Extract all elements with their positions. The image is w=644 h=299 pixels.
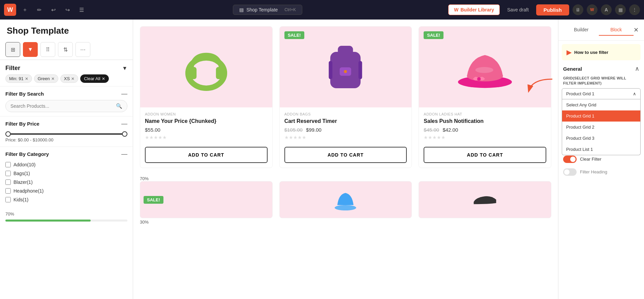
add-to-cart-button-2[interactable]: ADD TO CART bbox=[284, 147, 407, 163]
how-to-use-label: How to use filter bbox=[574, 50, 608, 55]
publish-button[interactable]: Publish bbox=[536, 4, 569, 15]
panel-icon[interactable]: ▦ bbox=[615, 4, 626, 15]
sort-button[interactable]: ⇅ bbox=[58, 42, 73, 57]
category-item-headphone[interactable]: Headphone(1) bbox=[5, 187, 127, 195]
filter-heading-toggle[interactable] bbox=[563, 168, 577, 176]
product-name-1: Name Your Price {Chunked} bbox=[145, 118, 268, 124]
search-icon: 🔍 bbox=[116, 103, 122, 109]
product-image-1 bbox=[176, 37, 237, 97]
slider-thumb-min[interactable] bbox=[5, 131, 11, 137]
category-checkbox-bags[interactable] bbox=[5, 171, 11, 176]
product-stars-3: ★★★★★ bbox=[424, 135, 546, 140]
category-checkbox-headphone[interactable] bbox=[5, 188, 11, 194]
category-item-addon[interactable]: Addon(10) bbox=[5, 160, 127, 169]
filter-button[interactable]: ▼ bbox=[23, 42, 38, 57]
category-checkbox-blazer[interactable] bbox=[5, 179, 11, 185]
svg-rect-7 bbox=[329, 61, 333, 79]
grid-view-button[interactable]: ⊞ bbox=[5, 42, 20, 57]
add-to-cart-button-3[interactable]: ADD TO CART bbox=[424, 147, 546, 163]
template-button[interactable]: ▤ Shop Template Ctrl+K bbox=[233, 5, 302, 15]
grid-option-pg3[interactable]: Product Grid 3 bbox=[562, 133, 640, 144]
category-item-bags[interactable]: Bags(1) bbox=[5, 169, 127, 178]
svg-rect-4 bbox=[338, 46, 353, 58]
price-label: Price: $0.00 - $10000.00 bbox=[5, 137, 127, 142]
category-label: Headphone(1) bbox=[13, 188, 44, 194]
product-stars-2: ★★★★★ bbox=[284, 135, 407, 140]
filter-tag-min91-close[interactable]: ✕ bbox=[25, 76, 28, 81]
builder-library-button[interactable]: W Builder Library bbox=[448, 4, 500, 15]
filter-tag-xs-close[interactable]: ✕ bbox=[71, 76, 74, 81]
filter-tag-clear-all[interactable]: Clear All ✕ bbox=[80, 74, 109, 83]
more-options-button[interactable]: ⋯ bbox=[75, 42, 90, 57]
left-panel: Shop Template ⊞ ▼ ⠿ ⇅ ⋯ Filter ▼ Min: 91… bbox=[0, 20, 133, 299]
filter-tag-min91[interactable]: Min: 91 ✕ bbox=[5, 74, 32, 83]
product-tags-1: ADDON WOMEN bbox=[145, 112, 268, 116]
toolbar: ⊞ ▼ ⠿ ⇅ ⋯ bbox=[0, 39, 133, 60]
filter-tag-clear-all-close[interactable]: ✕ bbox=[102, 76, 105, 81]
filter-price-section: Filter By Price — Price: $0.00 - $10000.… bbox=[0, 116, 133, 146]
filter-tag-green[interactable]: Green ✕ bbox=[34, 74, 58, 83]
edit-button[interactable]: ✏ bbox=[34, 4, 44, 15]
how-to-use-filter[interactable]: ▶ How to use filter bbox=[562, 44, 641, 60]
filter-tag-xs[interactable]: XS ✕ bbox=[60, 74, 78, 83]
add-button[interactable]: ＋ bbox=[20, 4, 30, 15]
filter-category-toggle[interactable]: — bbox=[121, 151, 127, 157]
filter-tag-green-close[interactable]: ✕ bbox=[51, 76, 55, 81]
grid-option-pl1[interactable]: Product List 1 bbox=[562, 144, 640, 155]
category-checkbox-kids[interactable] bbox=[5, 197, 11, 202]
grid-option-pg1[interactable]: Product Grid 1 bbox=[562, 110, 640, 122]
grid-option-pg2[interactable]: Product Grid 2 bbox=[562, 122, 640, 133]
category-label: Blazer(1) bbox=[13, 179, 33, 185]
monitor-icon[interactable]: 🖥 bbox=[573, 4, 583, 15]
grid-option-select-any[interactable]: Select Any Grid bbox=[562, 99, 640, 110]
product-image-wrap-1 bbox=[140, 27, 272, 107]
grid-dropdown-button[interactable]: Product Grid 1 ∧ bbox=[562, 88, 641, 99]
tab-builder[interactable]: Builder bbox=[564, 24, 599, 36]
filter-search-toggle[interactable]: — bbox=[121, 91, 127, 97]
filter-price-toggle[interactable]: — bbox=[121, 121, 127, 127]
category-checkbox-addon[interactable] bbox=[5, 162, 11, 167]
clear-filter-toggle[interactable] bbox=[563, 156, 577, 163]
general-title: General bbox=[563, 66, 582, 72]
filter-price-title: Filter By Price bbox=[5, 121, 39, 127]
search-box: 🔍 bbox=[5, 100, 127, 112]
redo-button[interactable]: ↪ bbox=[62, 4, 73, 15]
woo-icon[interactable]: W bbox=[587, 4, 597, 15]
more-icon[interactable]: ⋮ bbox=[629, 4, 640, 15]
layout-button[interactable]: ⠿ bbox=[40, 42, 55, 57]
progress-bar-wrap bbox=[0, 218, 133, 222]
add-to-cart-button-1[interactable]: ADD TO CART bbox=[145, 147, 268, 163]
undo-button[interactable]: ↩ bbox=[48, 4, 59, 15]
product-price-2: $105.00 $99.00 bbox=[284, 127, 407, 133]
product-stars-1: ★★★★★ bbox=[145, 135, 268, 140]
template-icon: ▤ bbox=[239, 7, 244, 12]
product-image-3 bbox=[451, 40, 519, 94]
filter-heading-toggle-row: Filter Heading bbox=[558, 166, 644, 178]
product-image-bottom-3 bbox=[471, 191, 498, 208]
product-card-3: SALE! ADDON LADIES HA bbox=[419, 26, 551, 168]
topbar-right: W Builder Library Save draft Publish 🖥 W… bbox=[448, 4, 640, 15]
category-item-blazer[interactable]: Blazer(1) bbox=[5, 178, 127, 187]
category-list: Addon(10) Bags(1) Blazer(1) Headphone(1) bbox=[5, 160, 127, 204]
accessibility-icon[interactable]: A bbox=[601, 4, 612, 15]
right-panel-close[interactable]: ✕ bbox=[634, 26, 639, 34]
template-shortcut: Ctrl+K bbox=[284, 7, 296, 12]
search-input[interactable] bbox=[10, 103, 116, 109]
category-item-kids[interactable]: Kids(1) bbox=[5, 195, 127, 204]
product-card-bottom-1: SALE! bbox=[140, 181, 273, 218]
filter-search-section: Filter By Search — 🔍 bbox=[0, 86, 133, 116]
active-filters: Min: 91 ✕ Green ✕ XS ✕ Clear All ✕ bbox=[0, 74, 133, 86]
svg-point-14 bbox=[335, 205, 356, 210]
general-collapse-icon[interactable]: ∧ bbox=[635, 65, 639, 72]
app-logo[interactable]: W bbox=[4, 4, 16, 16]
builder-lib-label: Builder Library bbox=[460, 7, 494, 12]
right-panel-header: Builder Block ✕ bbox=[558, 20, 644, 41]
filter-search-header: Filter By Search — bbox=[5, 91, 127, 97]
menu-button[interactable]: ☰ bbox=[76, 4, 87, 15]
price-slider[interactable] bbox=[5, 133, 127, 135]
product-tags-3: ADDON LADIES HAT bbox=[424, 112, 546, 116]
save-draft-button[interactable]: Save draft bbox=[503, 5, 533, 15]
tab-block[interactable]: Block bbox=[599, 24, 634, 36]
slider-thumb-max[interactable] bbox=[122, 131, 127, 137]
product-card-2: SALE! ADDON BAGS Cart Reserved Timer bbox=[279, 26, 412, 168]
